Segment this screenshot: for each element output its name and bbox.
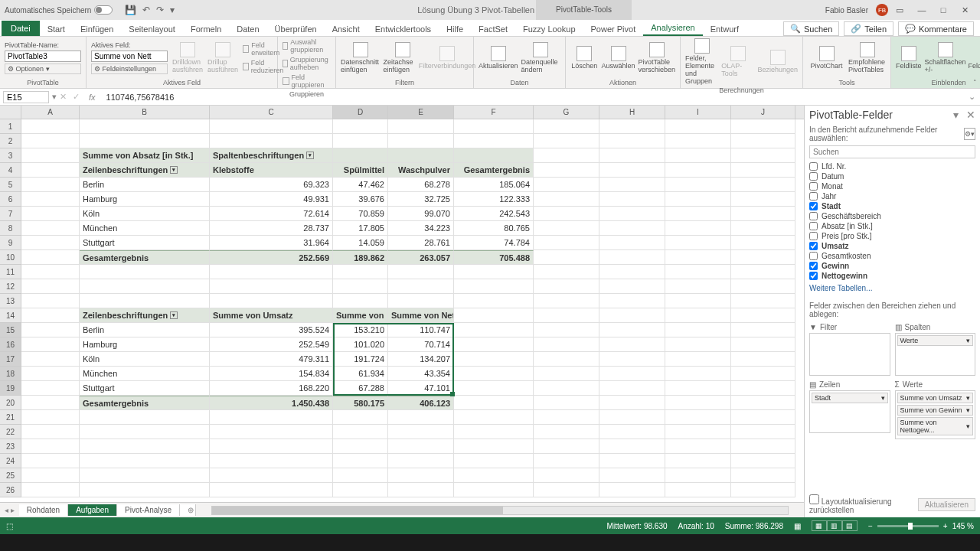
pt-options-button[interactable]: ⚙ Optionen ▾	[5, 64, 81, 74]
field-checkbox[interactable]: Stadt	[809, 201, 975, 211]
field-pane-gear-icon[interactable]: ⚙▾	[964, 128, 975, 140]
headers-toggle[interactable]: Feldkopfzeilen	[969, 46, 980, 70]
display-settings-icon[interactable]: ▦	[794, 522, 801, 530]
tab-datei[interactable]: Datei	[2, 21, 40, 36]
fx-icon[interactable]: fx	[83, 93, 102, 102]
tab-analysieren[interactable]: Analysieren	[643, 21, 702, 36]
select-button[interactable]: Auswählen	[601, 46, 635, 70]
pt-name-input[interactable]	[5, 51, 81, 62]
field-checkbox[interactable]: Preis [pro Stk.]	[809, 231, 975, 241]
zoom-level[interactable]: 145 %	[952, 522, 974, 530]
clear-button[interactable]: Löschen	[570, 46, 598, 70]
contextual-tab-label: PivotTable-Tools	[536, 0, 632, 20]
maximize-button[interactable]: □	[933, 5, 954, 15]
horizontal-scrollbar[interactable]	[211, 506, 789, 515]
field-pane-menu-icon[interactable]: ▾	[953, 109, 959, 121]
comments-button[interactable]: 💬 Kommentare	[898, 21, 974, 36]
page-layout-icon[interactable]: ▥	[827, 520, 842, 531]
field-checkbox[interactable]: Datum	[809, 171, 975, 181]
select-all-corner[interactable]	[0, 106, 21, 119]
user-avatar[interactable]: FB	[876, 4, 888, 16]
name-box[interactable]	[3, 91, 49, 103]
field-checkbox[interactable]: Umsatz	[809, 241, 975, 251]
field-search-input[interactable]	[809, 145, 975, 158]
insert-slicer[interactable]: Datenschnitt einfügen	[341, 42, 381, 73]
share-button[interactable]: 🔗 Teilen	[844, 21, 893, 36]
field-checkbox[interactable]: Geschäftsbereich	[809, 211, 975, 221]
field-pane-close-icon[interactable]: ✕	[966, 109, 975, 121]
minimize-button[interactable]: —	[911, 5, 933, 15]
tab-einfuegen[interactable]: Einfügen	[73, 22, 121, 36]
tab-powerpivot[interactable]: Power Pivot	[583, 22, 644, 36]
field-chip[interactable]: Summe von Gewinn▾	[897, 405, 974, 416]
tab-ansicht[interactable]: Ansicht	[325, 22, 368, 36]
normal-view-icon[interactable]: ▦	[812, 520, 827, 531]
expand-formula-icon[interactable]: ⌄	[964, 92, 980, 102]
cancel-icon[interactable]: ✕	[60, 92, 67, 102]
tab-ueberpruefen[interactable]: Überprüfen	[267, 22, 325, 36]
close-button[interactable]: ✕	[954, 5, 975, 15]
tab-daten[interactable]: Daten	[229, 22, 266, 36]
tab-seitenlayout[interactable]: Seitenlayout	[121, 22, 183, 36]
field-checkbox[interactable]: Gewinn	[809, 261, 975, 271]
undo-icon[interactable]: ↶	[142, 5, 150, 15]
values-drop-area[interactable]: Summe von Umsatz▾Summe von Gewinn▾Summe …	[895, 390, 976, 439]
zoom-in-icon[interactable]: +	[943, 522, 948, 530]
field-checkbox[interactable]: Absatz [in Stk.]	[809, 221, 975, 231]
tab-entwicklertools[interactable]: Entwicklertools	[368, 22, 439, 36]
columns-drop-area[interactable]: Werte▾	[895, 333, 976, 376]
tab-entwurf[interactable]: Entwurf	[703, 22, 746, 36]
tab-start[interactable]: Start	[40, 22, 73, 36]
redo-icon[interactable]: ↷	[156, 5, 164, 15]
fieldlist-toggle[interactable]: Feldliste	[896, 46, 922, 70]
search-button[interactable]: 🔍 Suchen	[783, 21, 839, 36]
sheet-nav[interactable]: ◂ ▸	[0, 506, 19, 514]
defer-layout-checkbox[interactable]: Layoutaktualisierung zurückstellen	[809, 494, 918, 514]
sheet-tab[interactable]: Pivot-Analyse	[117, 504, 180, 516]
field-chip[interactable]: Werte▾	[897, 335, 974, 346]
field-checkbox[interactable]: Lfd. Nr.	[809, 161, 975, 171]
field-checkbox[interactable]: Monat	[809, 181, 975, 191]
field-settings-button[interactable]: ⚙ Feldeinstellungen	[91, 64, 168, 74]
pivotchart-button[interactable]: PivotChart	[808, 46, 845, 70]
page-break-icon[interactable]: ▤	[842, 520, 858, 531]
insert-timeline[interactable]: Zeitachse einfügen	[384, 42, 423, 73]
autosave-toggle[interactable]: Automatisches Speichern	[5, 5, 113, 15]
user-name[interactable]: Fabio Basler	[825, 6, 868, 15]
field-checkbox[interactable]: Gesamtkosten	[809, 251, 975, 261]
qat-customize-icon[interactable]: ▾	[170, 5, 175, 15]
spreadsheet-grid[interactable]: 123Summe von Absatz [in Stk.]Spaltenbesc…	[0, 119, 804, 502]
rows-drop-area[interactable]: Stadt▾	[809, 390, 890, 433]
sheet-tab[interactable]: Aufgaben	[68, 504, 117, 516]
tab-fuzzy[interactable]: Fuzzy Lookup	[515, 22, 583, 36]
sheet-tab[interactable]: Rohdaten	[19, 504, 68, 516]
save-icon[interactable]: 💾	[125, 5, 136, 15]
more-tables-link[interactable]: Weitere Tabellen...	[809, 284, 975, 292]
tab-hilfe[interactable]: Hilfe	[439, 22, 471, 36]
field-checkbox[interactable]: Nettogewinn	[809, 271, 975, 281]
tab-formeln[interactable]: Formeln	[183, 22, 229, 36]
formula-input[interactable]: 110746,75678416	[102, 92, 964, 103]
active-field-input[interactable]	[91, 51, 168, 62]
field-chip[interactable]: Summe von Umsatz▾	[897, 393, 974, 403]
field-checkbox[interactable]: Jahr	[809, 191, 975, 201]
fields-items[interactable]: Felder, Elemente und Gruppen	[685, 38, 718, 85]
buttons-toggle[interactable]: Schaltflächen +/-	[925, 42, 966, 73]
zoom-out-icon[interactable]: −	[868, 522, 873, 530]
update-button[interactable]: Aktualisieren	[918, 498, 975, 511]
recommended-button[interactable]: Empfohlene PivotTables	[848, 42, 886, 73]
tab-factset[interactable]: FactSet	[471, 22, 515, 36]
change-source[interactable]: Datenquelle ändern	[521, 42, 560, 73]
column-headers[interactable]: A B C D E F G H I J	[0, 106, 804, 119]
enter-icon[interactable]: ✓	[73, 92, 80, 102]
move-button[interactable]: PivotTable verschieben	[639, 42, 676, 73]
refresh-button[interactable]: Aktualisieren	[479, 46, 518, 70]
ribbon-display-icon[interactable]: ▭	[896, 5, 903, 15]
filter-drop-area[interactable]	[809, 333, 890, 376]
collapse-ribbon-icon[interactable]: ˄	[973, 79, 977, 86]
record-macro-icon[interactable]: ⬚	[6, 522, 13, 530]
field-chip[interactable]: Stadt▾	[812, 393, 888, 403]
zoom-slider[interactable]	[877, 525, 939, 527]
field-chip[interactable]: Summe von Nettogew...▾	[897, 417, 974, 435]
new-sheet-button[interactable]: ⊕	[180, 504, 196, 516]
